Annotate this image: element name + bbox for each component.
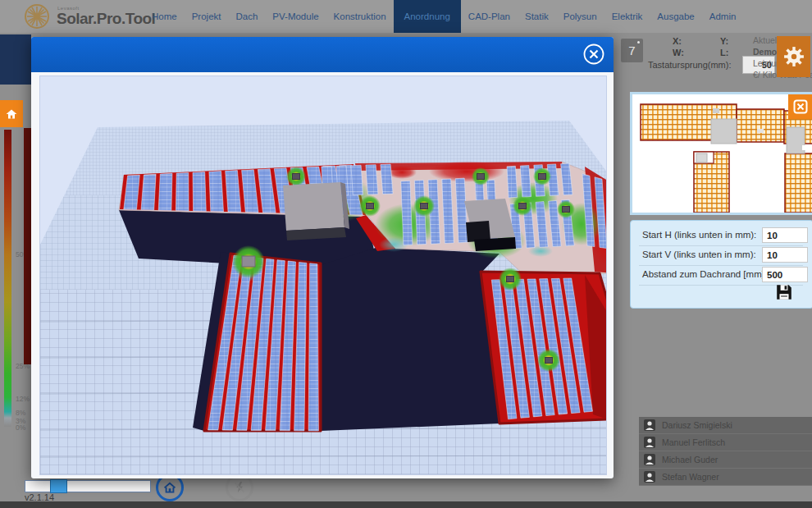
save-floppy-icon (775, 283, 793, 301)
x-coordinate-label: X: (673, 36, 682, 46)
user-list-item[interactable]: Manuel Ferlitsch (639, 434, 812, 451)
y-coordinate-label: Y: (720, 36, 728, 46)
user-name: Stefan Wagner (662, 472, 719, 482)
user-list-item[interactable]: Michael Guder (639, 451, 812, 469)
user-list-item[interactable]: Dariusz Smigielski (639, 417, 812, 434)
nav-item-home[interactable]: Home (144, 0, 185, 33)
zoom-slider[interactable] (25, 480, 151, 492)
roof-plan-minimap[interactable] (630, 92, 812, 215)
solar-pro-tool-app: { "nav": { "brand_small": "Levasoft", "b… (0, 0, 812, 508)
nav-item-pv-module[interactable]: PV-Module (265, 0, 326, 33)
zoom-slider-handle[interactable] (50, 479, 67, 493)
user-avatar-icon (644, 454, 655, 465)
roof-plan-drawing (632, 94, 812, 213)
3d-scene-canvas (40, 76, 606, 474)
user-avatar-icon (644, 419, 655, 431)
user-name: Michael Guder (662, 455, 718, 465)
dialog-header (31, 37, 614, 72)
nav-item-statik[interactable]: Statik (518, 0, 556, 33)
arrangement-3d-dialog (31, 37, 614, 478)
start-h-input[interactable] (762, 227, 808, 243)
user-list: Dariusz Smigielski Manuel Ferlitsch Mich… (639, 417, 812, 486)
main-menu: Home Projekt Dach PV-Module Konstruktion… (144, 0, 743, 33)
nav-item-elektrik[interactable]: Elektrik (604, 0, 650, 33)
roof-edge-distance-input[interactable] (762, 267, 808, 282)
legend-label: 12% (16, 395, 30, 403)
app-logo: Levasoft Solar.Pro.Tool (21, 2, 144, 32)
settings-gear-button[interactable] (777, 36, 810, 77)
placement-settings-panel: Start H (links unten in mm): Start V (li… (630, 220, 812, 309)
view-home-button[interactable] (0, 100, 23, 127)
irradiance-legend-gradient (4, 130, 11, 427)
l-coordinate-label: L: (720, 48, 728, 57)
no-flash-icon (233, 480, 246, 495)
user-name: Dariusz Smigielski (662, 420, 732, 430)
start-h-row: Start H (links unten in mm): (639, 226, 803, 246)
home-icon (163, 480, 176, 495)
user-avatar-icon (644, 437, 655, 448)
save-settings-button[interactable] (775, 283, 793, 301)
brand-title: Solar.Pro.Tool (57, 10, 155, 28)
close-icon (582, 43, 605, 66)
fullscreen-icon (793, 99, 808, 114)
nav-item-projekt[interactable]: Projekt (185, 0, 229, 33)
legend-panel-fragment (24, 128, 31, 364)
sun-logo-icon (21, 2, 52, 30)
home-icon (5, 107, 18, 121)
footer-bar (0, 501, 812, 508)
roof-edge-distance-label: Abstand zum Dachrand [mm]: (642, 269, 767, 279)
w-coordinate-label: W: (673, 48, 684, 57)
nav-item-ausgabe[interactable]: Ausgabe (650, 0, 701, 33)
start-v-label: Start V (links unten in mm): (642, 249, 756, 259)
legend-label: 0% (16, 423, 25, 432)
3d-roof-view[interactable] (39, 76, 607, 475)
secondary-nav-fragment (0, 34, 31, 85)
top-navbar: Levasoft Solar.Pro.Tool Home Projekt Dac… (0, 0, 812, 33)
nav-item-admin[interactable]: Admin (702, 0, 744, 33)
nav-item-polysun[interactable]: Polysun (556, 0, 604, 33)
user-avatar-icon (644, 471, 655, 483)
start-h-label: Start H (links unten in mm): (642, 230, 756, 240)
user-list-item[interactable]: Stefan Wagner (639, 469, 812, 486)
nav-item-cad-plan[interactable]: CAD-Plan (461, 0, 518, 33)
keyboard-step-badge: 7 (621, 39, 643, 62)
dialog-close-button[interactable] (582, 43, 605, 66)
nav-item-dach[interactable]: Dach (228, 0, 265, 33)
badge-dot (637, 41, 640, 43)
nav-item-anordnung[interactable]: Anordnung (394, 0, 461, 33)
gear-icon (783, 46, 805, 67)
start-v-input[interactable] (762, 247, 808, 263)
minimap-expand-button[interactable] (788, 94, 812, 119)
start-v-row: Start V (links unten in mm): (639, 245, 803, 266)
user-name: Manuel Ferlitsch (662, 437, 725, 447)
legend-label: 8% (16, 409, 25, 417)
nav-item-konstruktion[interactable]: Konstruktion (326, 0, 394, 33)
keyboard-step-label: Tastatursprung(mm): (648, 60, 731, 70)
